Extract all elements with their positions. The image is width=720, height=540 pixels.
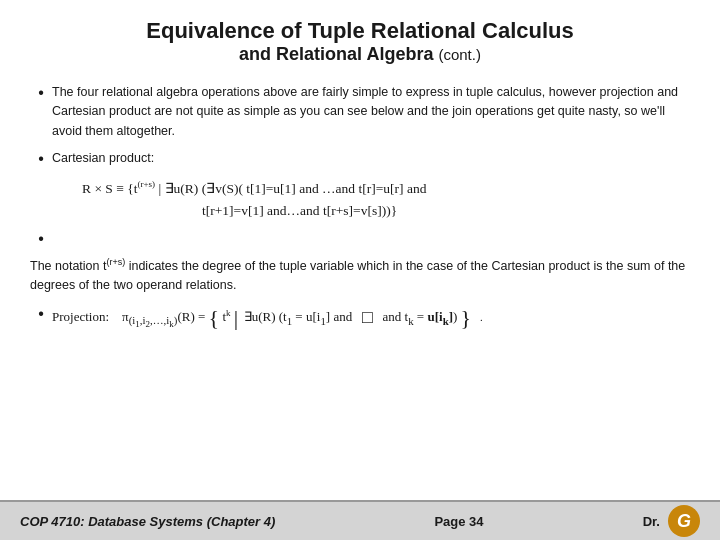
title-block: Equivalence of Tuple Relational Calculus… — [30, 18, 690, 65]
bullet-dot-3: • — [30, 229, 52, 248]
title-cont-label: (cont.) — [438, 46, 481, 63]
logo-icon: G — [668, 505, 700, 537]
bullet-text-2: Cartesian product: — [52, 149, 690, 168]
slide-content: Equivalence of Tuple Relational Calculus… — [0, 0, 720, 500]
bullet-dot-1: • — [30, 83, 52, 102]
cartesian-line1: R × S ≡ {t(r+s) | ∃u(R) (∃v(S)( t[1]=u[1… — [82, 177, 690, 200]
footer: COP 4710: Database Systems (Chapter 4) P… — [0, 500, 720, 540]
logo-letter: G — [677, 511, 691, 532]
bullet-dot-2: • — [30, 149, 52, 168]
bullet-text-4: Projection: π(i1,i2,…,ik)(R) = { tk | ∃u… — [52, 304, 690, 333]
bullet-dot-4: • — [30, 304, 52, 323]
footer-center: Page 34 — [434, 514, 483, 529]
cartesian-formula: R × S ≡ {t(r+s) | ∃u(R) (∃v(S)( t[1]=u[1… — [52, 177, 690, 223]
notation-block: The notation t(r+s) indicates the degree… — [30, 256, 690, 296]
bullet-item-3: • — [30, 229, 690, 248]
cartesian-line2: t[r+1]=v[1] and…and t[r+s]=v[s]))} — [82, 200, 690, 223]
slide-container: Equivalence of Tuple Relational Calculus… — [0, 0, 720, 540]
bullet-item-2: • Cartesian product: — [30, 149, 690, 168]
footer-left: COP 4710: Database Systems (Chapter 4) — [20, 514, 275, 529]
title-line1: Equivalence of Tuple Relational Calculus — [30, 18, 690, 44]
footer-right: Dr. G — [643, 505, 700, 537]
bullet-text-1: The four relational algebra operations a… — [52, 83, 690, 141]
bullet-item-4: • Projection: π(i1,i2,…,ik)(R) = { tk | … — [30, 304, 690, 333]
bullet-item-1: • The four relational algebra operations… — [30, 83, 690, 141]
title-line2: and Relational Algebra (cont.) — [239, 44, 481, 64]
